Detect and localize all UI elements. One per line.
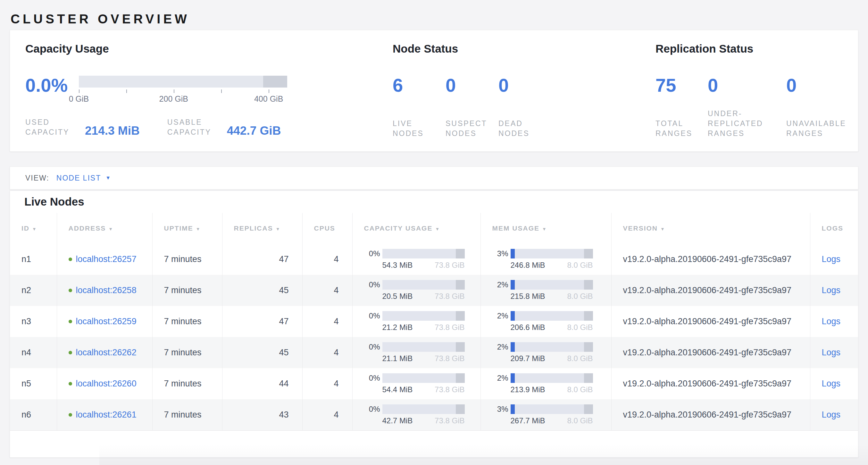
mem-meter-reserved-segment [584,249,593,259]
node-uptime-cell: 7 minutes [152,337,222,368]
node-live-status-icon [69,413,72,416]
node-replicas-cell: 47 [222,306,302,337]
mem-meter-bar [510,280,593,290]
view-mode-dropdown[interactable]: NODE LIST ▼ [56,174,111,182]
column-header-capacity-usage[interactable]: CAPACITY USAGE▼ [352,213,480,244]
mem-percent-label: 2% [490,373,508,383]
column-header-address[interactable]: ADDRESS▼ [57,213,152,244]
node-address-link[interactable]: localhost:26258 [76,285,136,295]
mem-meter-bar [510,311,593,321]
mem-meter-values: 206.6 MiB 8.0 GiB [510,323,593,332]
capacity-meter-bar [382,342,465,352]
node-live-status-icon [69,289,72,292]
replication-status-title: Replication Status [655,42,861,55]
cluster-overview-page: CLUSTER OVERVIEW Capacity Usage 0.0% [0,0,868,465]
capacity-usage-panel: Capacity Usage 0.0% 0 GiB [25,30,314,151]
node-logs-link[interactable]: Logs [822,317,841,326]
node-logs-cell: Logs [810,368,858,399]
node-logs-link[interactable]: Logs [822,379,841,388]
column-header-id[interactable]: ID▼ [10,213,57,244]
axis-tick [79,89,80,93]
node-id-cell: n2 [10,275,57,306]
node-address-cell: localhost:26260 [57,368,152,399]
node-mem-usage-cell: 2% 209.7 MiB 8.0 GiB [480,337,611,368]
capacity-meter-values: 54.3 MiB 73.8 GiB [382,261,465,270]
node-replicas-cell: 44 [222,368,302,399]
column-header-version[interactable]: VERSION▼ [611,213,810,244]
node-live-status-icon [69,320,72,323]
live-nodes-value: 6 [393,76,445,95]
node-logs-link[interactable]: Logs [822,410,841,419]
view-selector-bar: VIEW: NODE LIST ▼ [10,167,858,190]
capacity-percent-label: 0% [362,373,380,383]
axis-tick-label: 200 GiB [159,94,188,104]
mem-used-value: 206.6 MiB [510,323,545,332]
mem-used-value: 209.7 MiB [510,354,545,363]
mem-meter-reserved-segment [584,342,593,352]
mem-meter-bar [510,404,593,414]
node-logs-link[interactable]: Logs [822,285,841,295]
unavailable-ranges-value: 0 [786,76,860,95]
node-address-cell: localhost:26262 [57,337,152,368]
mem-meter-reserved-segment [584,404,593,414]
capacity-meter-bar [382,249,465,259]
capacity-used-value: 21.2 MiB [382,323,413,332]
node-uptime-cell: 7 minutes [152,275,222,306]
mem-total-value: 8.0 GiB [567,323,593,332]
capacity-meter-reserved-segment [456,280,465,290]
mem-used-value: 213.9 MiB [510,385,545,394]
view-mode-selected: NODE LIST [56,174,101,182]
capacity-total-value: 73.8 GiB [435,385,464,394]
node-id-cell: n6 [10,399,57,430]
node-address-link[interactable]: localhost:26257 [76,254,136,264]
capacity-meter-values: 21.1 MiB 73.8 GiB [382,354,465,363]
suspect-nodes-value: 0 [445,76,498,95]
used-capacity-label: USED CAPACITY [25,117,82,137]
node-mem-usage-cell: 3% 246.8 MiB 8.0 GiB [480,244,611,275]
node-uptime-cell: 7 minutes [152,306,222,337]
node-id-cell: n3 [10,306,57,337]
usable-capacity-label: USABLE CAPACITY [167,117,224,137]
node-logs-link[interactable]: Logs [822,348,841,357]
capacity-meter-values: 21.2 MiB 73.8 GiB [382,323,465,332]
node-logs-link[interactable]: Logs [822,254,841,264]
column-header-mem-usage[interactable]: MEM USAGE▼ [480,213,611,244]
node-replicas-cell: 45 [222,275,302,306]
suspect-nodes-stat: 0 SUSPECT NODES [445,76,498,139]
mem-meter-fill [510,342,515,352]
unavailable-ranges-stat: 0 UNAVAILABLE RANGES [786,76,860,139]
node-logs-cell: Logs [810,337,858,368]
node-address-link[interactable]: localhost:26261 [76,410,136,420]
capacity-used-value: 21.1 MiB [382,354,413,363]
under-replicated-ranges-label: UNDER- REPLICATED RANGES [708,109,763,139]
node-table-row: n1 localhost:26257 7 minutes 47 4 [10,244,858,275]
node-address-link[interactable]: localhost:26260 [76,379,136,389]
node-capacity-usage-cell: 0% 54.4 MiB 73.8 GiB [352,368,480,399]
node-status-panel: Node Status 6 LIVE NODES 0 SUSPECT NODES… [393,30,585,151]
mem-total-value: 8.0 GiB [567,385,593,394]
node-cpus-cell: 4 [302,399,352,430]
summary-stats-card: Capacity Usage 0.0% 0 GiB [10,30,858,152]
capacity-usage-bar-chart: 0 GiB 200 GiB 400 GiB [79,76,287,104]
node-mem-usage-cell: 2% 206.6 MiB 8.0 GiB [480,306,611,337]
capacity-meter-bar [382,280,465,290]
axis-tick-label: 0 GiB [69,94,89,104]
mem-meter-values: 209.7 MiB 8.0 GiB [510,354,593,363]
column-header-uptime[interactable]: UPTIME▼ [152,213,222,244]
column-header-replicas[interactable]: REPLICAS▼ [222,213,302,244]
capacity-used-value: 42.7 MiB [382,416,413,425]
node-live-status-icon [69,351,72,354]
node-capacity-usage-cell: 0% 42.7 MiB 73.8 GiB [352,399,480,430]
node-address-link[interactable]: localhost:26259 [76,317,136,326]
mem-meter-fill [510,311,515,321]
capacity-axis-ticks [79,89,287,93]
capacity-total-value: 73.8 GiB [435,261,464,270]
mem-meter-bar [510,342,593,352]
capacity-meter-reserved-segment [456,249,465,259]
capacity-percent-label: 0% [362,311,380,321]
node-cpus-cell: 4 [302,244,352,275]
mem-meter-bar [510,249,593,259]
sort-arrow-icon: ▼ [196,226,201,232]
node-address-link[interactable]: localhost:26262 [76,348,136,357]
mem-meter-reserved-segment [584,280,593,290]
